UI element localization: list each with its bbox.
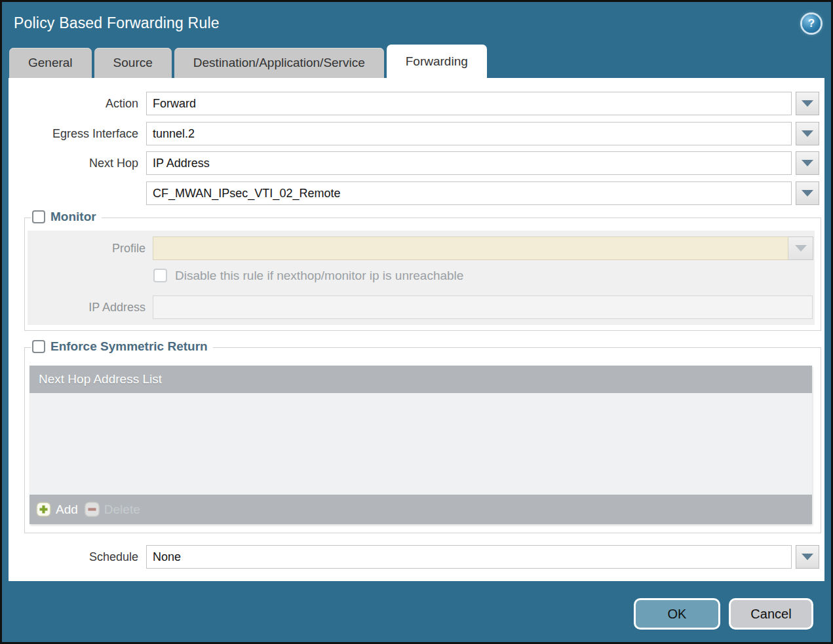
delete-button-label: Delete [104,502,140,517]
help-icon[interactable]: ? [802,14,821,33]
schedule-label: Schedule [9,550,138,564]
next-hop-type-select[interactable]: IP Address [146,151,792,175]
monitor-ip-address-input [153,295,813,319]
dialog-titlebar: Policy Based Forwarding Rule ? [2,2,831,45]
chevron-down-icon [802,160,813,166]
enforce-symmetric-return-legend-label: Enforce Symmetric Return [50,339,208,354]
action-dropdown-button[interactable] [796,92,819,115]
monitor-profile-select [153,237,788,260]
next-hop-label: Next Hop [9,157,138,170]
chevron-down-icon [802,190,813,197]
dialog-title: Policy Based Forwarding Rule [14,14,220,32]
tab-destination-application-service[interactable]: Destination/Application/Service [174,48,384,78]
tab-bar: General Source Destination/Application/S… [9,45,831,78]
next-hop-type-dropdown-button[interactable] [796,151,819,175]
policy-based-forwarding-dialog: { "dialog": { "title": "Policy Based For… [0,0,833,644]
schedule-select[interactable]: None [146,545,792,569]
forwarding-tab-panel: Action Forward Egress Interface tunnel.2… [9,78,824,581]
monitor-checkbox[interactable] [32,210,45,223]
schedule-dropdown-button[interactable] [796,545,819,569]
monitor-profile-row: Profile [28,237,815,260]
egress-interface-label: Egress Interface [9,127,138,141]
enforce-symmetric-return-fieldset: Enforce Symmetric Return Next Hop Addres… [24,347,821,533]
tab-forwarding[interactable]: Forwarding [387,45,487,78]
action-row: Action Forward [9,92,824,115]
disable-rule-label: Disable this rule if nexthop/monitor ip … [175,269,463,283]
monitor-fieldset: Monitor Profile Disable this rule if nex… [24,218,821,331]
next-hop-address-row: CF_MWAN_IPsec_VTI_02_Remote [9,181,824,205]
monitor-legend: Monitor [31,210,102,224]
next-hop-address-list-table: Next Hop Address List Add Delete [29,366,812,524]
next-hop-address-select[interactable]: CF_MWAN_IPsec_VTI_02_Remote [146,181,792,205]
ok-button[interactable]: OK [634,598,720,630]
tab-source[interactable]: Source [94,48,172,78]
monitor-ip-address-label: IP Address [28,301,145,314]
monitor-ip-address-row: IP Address [28,295,815,319]
profile-label: Profile [28,242,145,256]
monitor-profile-dropdown-button [788,237,813,260]
tab-general[interactable]: General [9,48,92,78]
plus-icon [36,502,51,517]
cancel-button[interactable]: Cancel [729,598,813,630]
next-hop-address-list-body[interactable] [29,393,812,495]
disable-rule-row: Disable this rule if nexthop/monitor ip … [28,268,815,283]
schedule-row: Schedule None [9,545,824,569]
disable-rule-checkbox [153,269,167,282]
action-select[interactable]: Forward [146,92,792,115]
monitor-panel: Profile Disable this rule if nexthop/mon… [28,231,815,325]
minus-icon [85,502,100,517]
enforce-symmetric-return-checkbox[interactable] [32,340,45,353]
dialog-footer: OK Cancel [2,581,831,644]
chevron-down-icon [802,130,813,137]
next-hop-row: Next Hop IP Address [9,151,824,175]
chevron-down-icon [802,100,813,107]
next-hop-address-list-toolbar: Add Delete [29,495,812,524]
add-button-label: Add [56,502,78,517]
next-hop-address-dropdown-button[interactable] [796,181,819,205]
monitor-legend-label: Monitor [50,210,96,224]
egress-interface-row: Egress Interface tunnel.2 [9,122,824,145]
chevron-down-icon [795,245,807,252]
next-hop-address-list-header: Next Hop Address List [29,366,812,393]
action-label: Action [9,97,138,111]
add-button[interactable]: Add [36,502,78,517]
chevron-down-icon [802,554,813,560]
egress-interface-dropdown-button[interactable] [796,122,819,145]
egress-interface-select[interactable]: tunnel.2 [146,122,792,145]
delete-button: Delete [85,502,140,517]
enforce-symmetric-return-legend: Enforce Symmetric Return [31,339,213,354]
